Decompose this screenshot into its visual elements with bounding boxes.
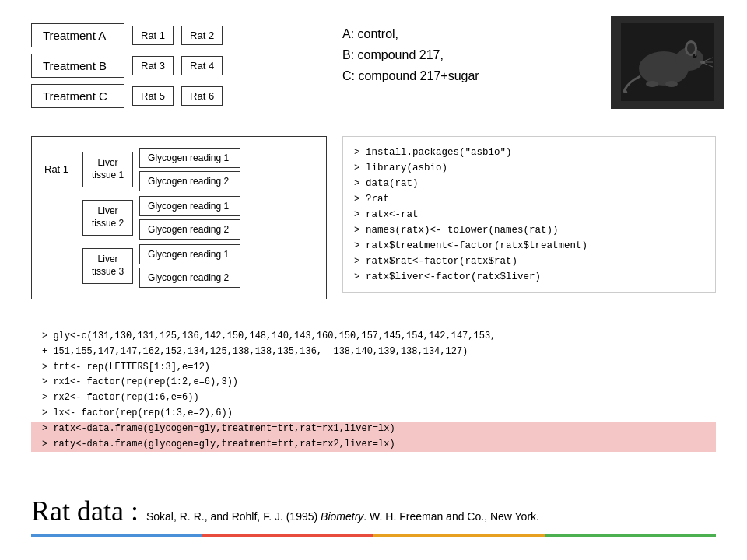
code-block-bottom: > gly<-c(131,130,131,125,136,142,150,148… (31, 321, 716, 460)
tissue-2-label: Livertissue 2 (82, 200, 133, 235)
code-line-8: > ratx$rat<-factor(ratx$rat) (354, 254, 704, 269)
tissue-1-reading-1: Glycogen reading 1 (139, 148, 240, 168)
line-2 (117, 534, 202, 537)
tissue-2-reading-1: Glycogen reading 1 (139, 196, 240, 216)
code-line-5: > ratx<-rat (354, 207, 704, 222)
bottom-code-6: > lx<- factor(rep(rep(1:3,e=2),6)) (42, 406, 705, 422)
tissue-3-label: Livertissue 3 (82, 248, 133, 283)
tissue-3-row: Livertissue 3 Glycogen reading 1 Glycoge… (82, 244, 240, 288)
tissues-container: Livertissue 1 Glycogen reading 1 Glycoge… (82, 148, 240, 288)
rat1-badge: Rat 1 (132, 26, 174, 45)
line-6 (459, 534, 545, 537)
treatment-c-label: Treatment C (31, 84, 124, 108)
treatment-b-label: Treatment B (31, 54, 124, 78)
code-block-right: > install.packages("asbio") > library(as… (342, 136, 716, 293)
rat-image (611, 16, 724, 109)
tissue-1-row: Livertissue 1 Glycogen reading 1 Glycoge… (82, 148, 240, 191)
rat-info-box: Rat 1 Livertissue 1 Glycogen reading 1 G… (31, 136, 327, 299)
tissue-2-readings: Glycogen reading 1 Glycogen reading 2 (139, 196, 240, 240)
line-8 (630, 534, 716, 537)
bottom-code-1: > gly<-c(131,130,131,125,136,142,150,148… (42, 329, 705, 345)
tissue-1-reading-2: Glycogen reading 2 (139, 171, 240, 191)
rat-data-subtitle: Sokal, R. R., and Rohlf, F. J. (1995) Bi… (146, 510, 539, 523)
treatments-section: Treatment A Rat 1 Rat 2 Treatment B Rat … (31, 23, 327, 108)
treatment-b-row: Treatment B Rat 3 Rat 4 (31, 54, 327, 78)
rat2-badge: Rat 2 (181, 26, 223, 45)
tissue-2-reading-2: Glycogen reading 2 (139, 219, 240, 240)
rat-data-main: Rat data : (31, 495, 139, 527)
rat3-badge: Rat 3 (132, 56, 174, 75)
bottom-code-2: + 151,155,147,147,162,152,134,125,138,13… (42, 345, 705, 360)
code-line-4: > ?rat (354, 191, 704, 207)
bottom-code-3: > trt<- rep(LETTERS[1:3],e=12) (42, 360, 705, 376)
svg-point-6 (695, 54, 696, 56)
treatment-a-label: Treatment A (31, 23, 124, 47)
rat5-badge: Rat 5 (132, 86, 174, 106)
treatment-a-row: Treatment A Rat 1 Rat 2 (31, 23, 327, 47)
tissue-2-row: Livertissue 2 Glycogen reading 1 Glycoge… (82, 196, 240, 240)
tissue-3-readings: Glycogen reading 1 Glycogen reading 2 (139, 244, 240, 288)
rat-data-title: Rat data : Sokal, R. R., and Rohlf, F. J… (31, 495, 716, 527)
svg-point-4 (687, 43, 695, 54)
bottom-code-5: > rx2<- factor(rep(1:6,e=6)) (42, 390, 705, 406)
highlight-line-1: > ratx<-data.frame(glycogen=gly,treatmen… (31, 422, 716, 437)
code-line-3: > data(rat) (354, 176, 704, 191)
bottom-lines (31, 534, 716, 537)
tissue-3-reading-2: Glycogen reading 2 (139, 268, 240, 288)
rat-label: Rat 1 (44, 148, 68, 175)
tissue-3-reading-1: Glycogen reading 1 (139, 244, 240, 264)
line-7 (545, 534, 630, 537)
svg-point-11 (646, 81, 658, 87)
tissue-1-readings: Glycogen reading 1 Glycogen reading 2 (139, 148, 240, 191)
line-4 (288, 534, 374, 537)
rat6-badge: Rat 6 (181, 86, 223, 106)
bottom-code-4: > rx1<- factor(rep(rep(1:2,e=6),3)) (42, 375, 705, 390)
code-line-9: > ratx$liver<-factor(ratx$liver) (354, 269, 704, 285)
line-1 (31, 534, 117, 537)
rat4-badge: Rat 4 (181, 56, 223, 75)
line-5 (374, 534, 459, 537)
code-line-1: > install.packages("asbio") (354, 145, 704, 160)
highlight-line-2: > raty<-data.frame(glycogen=gly,treatmen… (31, 437, 716, 453)
tissue-1-label: Livertissue 1 (82, 152, 133, 187)
treatment-c-row: Treatment C Rat 5 Rat 6 (31, 84, 327, 108)
code-line-6: > names(ratx)<- tolower(names(rat)) (354, 222, 704, 238)
code-line-2: > library(asbio) (354, 160, 704, 176)
code-line-7: > ratx$treatment<-factor(ratx$treatment) (354, 238, 704, 254)
svg-point-5 (693, 54, 696, 58)
bottom-section: Rat data : Sokal, R. R., and Rohlf, F. J… (31, 495, 716, 537)
svg-point-12 (665, 81, 678, 87)
line-3 (202, 534, 288, 537)
